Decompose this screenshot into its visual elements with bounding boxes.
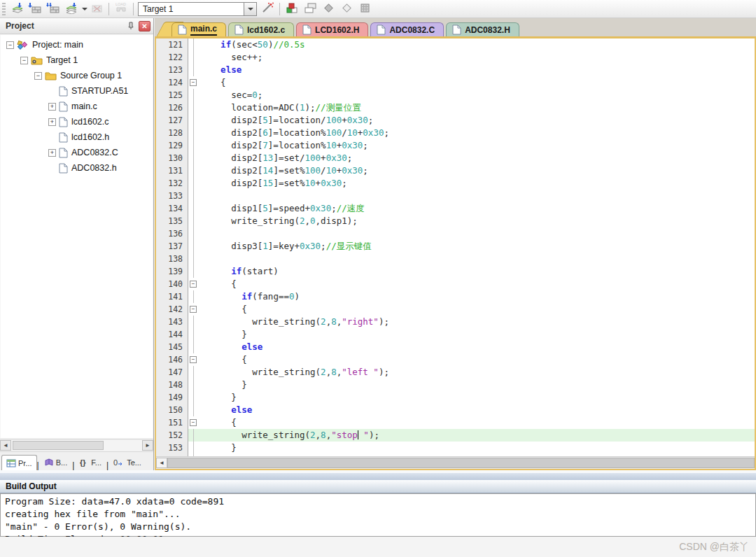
code-text[interactable]: } <box>200 442 755 454</box>
code-text[interactable]: disp3[1]=key+0x30;//显示键值 <box>200 240 755 253</box>
scroll-left-arrow[interactable]: ◄ <box>156 458 167 468</box>
code-text[interactable]: write_string(2,8,"left "); <box>200 366 755 379</box>
code-line[interactable]: 124− { <box>156 76 755 89</box>
code-line[interactable]: 123 else <box>156 64 755 76</box>
code-line[interactable]: 147 write_string(2,8,"left "); <box>156 366 755 379</box>
code-text[interactable]: sec++; <box>200 51 755 64</box>
code-text[interactable]: disp2[7]=location%10+0x30; <box>200 139 755 152</box>
code-text[interactable]: disp2[13]=set/100+0x30; <box>200 152 755 164</box>
tab-adc0832-c[interactable]: ADC0832.C <box>370 22 444 36</box>
code-line[interactable]: 152 write_string(2,8,"stop "); <box>156 429 755 442</box>
code-line[interactable]: 146− { <box>156 353 755 366</box>
code-editor[interactable]: 121 if(sec<50)//0.5s122 sec++;123 else12… <box>156 38 755 456</box>
target-select[interactable]: Target 1 <box>138 2 257 16</box>
tree-item-adc0832-h[interactable]: ADC0832.h <box>1 160 153 176</box>
code-text[interactable]: { <box>200 76 755 89</box>
code-text[interactable]: if(start) <box>200 265 755 278</box>
download-button[interactable]: LOAD <box>113 1 130 17</box>
code-line[interactable]: 150 else <box>156 404 755 416</box>
pack-funnel-button[interactable] <box>338 1 355 17</box>
tree-expander[interactable]: + <box>48 149 56 157</box>
project-hscrollbar[interactable]: ◄ ► <box>0 439 153 451</box>
code-line[interactable]: 149 } <box>156 391 755 404</box>
code-text[interactable]: disp2[14]=set%100/10+0x30; <box>200 164 755 177</box>
tree-expander[interactable]: − <box>20 57 28 64</box>
tab-lcd1602-c[interactable]: lcd1602.c <box>228 22 294 36</box>
rebuild-button[interactable] <box>45 1 62 17</box>
code-text[interactable]: write_string(2,8,"stop "); <box>200 429 755 442</box>
tab-main-c[interactable]: main.c <box>172 22 226 36</box>
tree-item-project-main[interactable]: −Project: main <box>1 37 153 52</box>
code-line[interactable]: 154 write_string(1,0,disp2);//显示位置 <box>156 454 755 456</box>
code-text[interactable] <box>200 253 755 265</box>
manage-items-button[interactable] <box>284 1 300 17</box>
code-text[interactable] <box>200 190 755 202</box>
close-panel-button[interactable]: ✕ <box>139 21 150 31</box>
code-text[interactable]: disp2[6]=location%100/10+0x30; <box>200 127 755 139</box>
code-line[interactable]: 137 disp3[1]=key+0x30;//显示键值 <box>156 240 755 253</box>
code-text[interactable]: } <box>200 328 755 341</box>
tree-expander[interactable]: + <box>48 103 56 111</box>
code-line[interactable]: 153 } <box>156 442 755 454</box>
pin-button[interactable] <box>125 20 136 31</box>
batch-build-dropdown-caret[interactable] <box>82 8 88 10</box>
scroll-thumb[interactable] <box>13 441 104 450</box>
scroll-thumb[interactable] <box>167 458 755 468</box>
build-output-content[interactable]: Program Size: data=47.0 xdata=0 code=891… <box>0 493 756 537</box>
software-pack-button[interactable] <box>356 1 373 17</box>
code-text[interactable]: if(fang==0) <box>200 290 755 303</box>
code-text[interactable] <box>200 227 755 240</box>
code-text[interactable]: else <box>200 404 755 416</box>
component-diamond-button[interactable] <box>320 1 337 17</box>
code-text[interactable]: sec=0; <box>200 89 755 101</box>
code-text[interactable]: if(sec<50)//0.5s <box>200 38 755 51</box>
code-line[interactable]: 130 disp2[13]=set/100+0x30; <box>156 152 755 164</box>
target-select-value[interactable]: Target 1 <box>138 2 244 16</box>
target-select-dropdown[interactable] <box>244 2 257 16</box>
code-line[interactable]: 132 disp2[15]=set%10+0x30; <box>156 177 755 190</box>
code-line[interactable]: 122 sec++; <box>156 51 755 64</box>
code-text[interactable]: write_string(2,0,disp1); <box>200 215 755 227</box>
tree-item-main-c[interactable]: +main.c <box>1 99 153 114</box>
code-line[interactable]: 144 } <box>156 328 755 341</box>
code-line[interactable]: 133 <box>156 190 755 202</box>
tab-adc0832-h[interactable]: ADC0832.H <box>446 22 519 36</box>
code-line[interactable]: 138 <box>156 253 755 265</box>
tree-item-target-1[interactable]: −Target 1 <box>1 52 153 68</box>
tree-item-lcd1602-h[interactable]: lcd1602.h <box>1 129 153 145</box>
toolbar-grip[interactable] <box>2 3 6 15</box>
batch-build-button[interactable] <box>63 1 80 17</box>
code-line[interactable]: 140− { <box>156 278 755 290</box>
code-text[interactable]: disp2[15]=set%10+0x30; <box>200 177 755 190</box>
windows-stack-button[interactable] <box>302 1 318 17</box>
code-line[interactable]: 131 disp2[14]=set%100/10+0x30; <box>156 164 755 177</box>
workspace-tab-b[interactable]: B... <box>39 455 73 470</box>
code-text[interactable]: write_string(1,0,disp2);//显示位置 <box>200 454 755 456</box>
code-text[interactable]: { <box>200 278 755 290</box>
code-line[interactable]: 125 sec=0; <box>156 89 755 101</box>
editor-hscrollbar[interactable]: ◄ <box>156 456 755 469</box>
tree-item-startup-a51[interactable]: STARTUP.A51 <box>1 83 153 99</box>
tree-expander[interactable]: + <box>48 118 56 126</box>
tree-expander[interactable]: − <box>6 41 14 49</box>
code-text[interactable]: { <box>200 303 755 316</box>
options-wand-button[interactable] <box>259 1 276 17</box>
scroll-right-arrow[interactable]: ► <box>142 440 153 451</box>
code-text[interactable]: write_string(2,8,"right"); <box>200 316 755 328</box>
code-line[interactable]: 128 disp2[6]=location%100/10+0x30; <box>156 127 755 139</box>
tab-lcd1602-h[interactable]: LCD1602.H <box>296 22 368 36</box>
build-button[interactable] <box>27 1 43 17</box>
fold-toggle-icon[interactable]: − <box>190 281 197 288</box>
tree-item-adc0832-c[interactable]: +ADC0832.C <box>1 145 153 160</box>
code-line[interactable]: 143 write_string(2,8,"right"); <box>156 316 755 328</box>
code-line[interactable]: 129 disp2[7]=location%10+0x30; <box>156 139 755 152</box>
project-tree[interactable]: −Project: main−Target 1−Source Group 1ST… <box>1 35 153 438</box>
code-text[interactable]: disp1[5]=speed+0x30;//速度 <box>200 202 755 215</box>
code-line[interactable]: 142− { <box>156 303 755 316</box>
code-line[interactable]: 121 if(sec<50)//0.5s <box>156 38 755 51</box>
code-text[interactable]: else <box>200 341 755 353</box>
code-text[interactable]: { <box>200 416 755 429</box>
code-line[interactable]: 134 disp1[5]=speed+0x30;//速度 <box>156 202 755 215</box>
fold-toggle-icon[interactable]: − <box>190 419 197 426</box>
code-text[interactable]: else <box>200 64 755 76</box>
